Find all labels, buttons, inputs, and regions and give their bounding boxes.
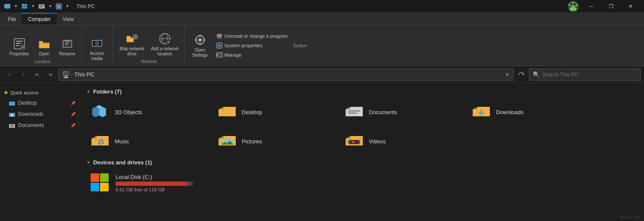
- qat-dropdown[interactable]: ▼: [12, 3, 20, 10]
- svg-point-52: [217, 54, 219, 56]
- ribbon-tabs: File Computer View: [0, 13, 644, 25]
- rename-label: Rename: [59, 51, 76, 57]
- access-media-button[interactable]: Access media: [86, 35, 108, 63]
- folder-name-documents: Documents: [369, 109, 397, 115]
- svg-rect-47: [217, 34, 222, 37]
- qat-icon-3[interactable]: [38, 3, 46, 10]
- address-folder-icon: 🖥️: [62, 71, 70, 78]
- folder-name-music: Music: [115, 138, 129, 145]
- drives-collapse-icon[interactable]: ▼: [86, 160, 91, 165]
- svg-rect-48: [218, 38, 221, 39]
- svg-rect-59: [10, 126, 13, 127]
- svg-rect-55: [9, 102, 15, 106]
- svg-rect-79: [91, 183, 99, 191]
- tab-file[interactable]: File: [2, 13, 22, 24]
- folder-name-pictures: Pictures: [242, 138, 262, 145]
- forward-button[interactable]: [17, 69, 29, 81]
- svg-point-70: [223, 140, 225, 142]
- folder-name-3d-objects: 3D Objects: [115, 109, 142, 115]
- svg-point-67: [102, 142, 104, 144]
- manage-icon: [216, 51, 223, 58]
- qat-icon-1[interactable]: [3, 3, 11, 10]
- folder-icon-3d-objects: [90, 102, 110, 122]
- tab-computer[interactable]: Computer: [22, 13, 57, 24]
- folder-name-downloads: Downloads: [496, 109, 523, 115]
- manage-label: Manage: [225, 52, 242, 58]
- system-properties-button[interactable]: System properties: [214, 41, 289, 50]
- map-network-drive-button[interactable]: Map network drive: [117, 30, 147, 58]
- qat-dropdown-4[interactable]: ▼: [64, 3, 71, 10]
- rename-button[interactable]: Rename: [57, 35, 78, 58]
- address-dropdown-icon[interactable]: ▼: [505, 72, 510, 77]
- folder-item-documents[interactable]: Documents: [340, 99, 461, 125]
- tab-view[interactable]: View: [57, 13, 80, 24]
- ribbon-body: Properties Open: [0, 25, 644, 66]
- downloads-folder-icon: [9, 111, 15, 118]
- folders-collapse-icon[interactable]: ▼: [86, 89, 91, 94]
- sidebar-item-downloads[interactable]: Downloads 📌: [0, 109, 79, 120]
- sidebar-item-desktop[interactable]: Desktop 📌: [0, 97, 79, 109]
- uninstall-button[interactable]: Uninstall or change a program: [214, 32, 289, 40]
- svg-rect-16: [569, 4, 570, 6]
- svg-rect-46: [203, 39, 205, 40]
- system-group-label: System: [293, 42, 307, 48]
- qat-icon-2[interactable]: [21, 3, 28, 10]
- qat-dropdown-3[interactable]: ▼: [46, 3, 54, 10]
- svg-rect-63: [348, 112, 357, 114]
- folder-icon-downloads: [471, 102, 492, 122]
- folder-item-music[interactable]: Music: [86, 128, 207, 154]
- folder-item-videos[interactable]: Videos: [340, 128, 461, 154]
- access-media-label: Access media: [90, 51, 103, 61]
- drives-section-title: Devices and drives (1): [93, 159, 152, 166]
- access-media-group-label: [86, 63, 109, 64]
- svg-rect-6: [39, 5, 44, 6]
- folder-name-videos: Videos: [369, 138, 386, 145]
- properties-button[interactable]: Properties: [7, 35, 32, 58]
- folder-item-3d-objects[interactable]: 3D Objects: [86, 99, 207, 125]
- svg-rect-2: [22, 4, 25, 6]
- svg-rect-62: [348, 110, 360, 112]
- open-button[interactable]: Open: [33, 35, 55, 58]
- address-bar[interactable]: 🖥️ › This PC ▼: [58, 69, 513, 81]
- back-button[interactable]: [3, 69, 15, 81]
- properties-icon: [12, 37, 26, 51]
- open-label: Open: [39, 51, 49, 57]
- drive-item-local-disk[interactable]: Local Disk (C:) 6.81 GB free of 118 GB: [86, 170, 207, 196]
- manage-button[interactable]: Manage: [214, 51, 289, 59]
- folder-item-downloads[interactable]: Downloads: [468, 99, 588, 125]
- address-sep: ›: [71, 72, 73, 77]
- svg-point-42: [198, 38, 202, 42]
- address-path: This PC: [74, 71, 94, 78]
- minimize-button[interactable]: ─: [581, 0, 601, 13]
- uninstall-label: Uninstall or change a program: [225, 33, 288, 39]
- restore-button[interactable]: ❐: [601, 0, 621, 13]
- refresh-button[interactable]: [515, 69, 527, 81]
- up-button[interactable]: [31, 69, 43, 81]
- svg-rect-1: [5, 8, 9, 9]
- search-input[interactable]: [542, 72, 637, 78]
- add-network-location-button[interactable]: Add a network location: [149, 30, 181, 58]
- quick-access-star-icon: ★: [3, 89, 9, 96]
- quick-access-label: ★ Quick access: [0, 87, 79, 97]
- sidebar-item-documents[interactable]: Documents 📌: [0, 120, 79, 131]
- svg-rect-17: [576, 4, 577, 6]
- svg-rect-76: [358, 142, 360, 144]
- sidebar: ★ Quick access Desktop 📌 Downloads 📌 Doc…: [0, 83, 79, 221]
- open-settings-label: Open Settings: [192, 48, 208, 58]
- qat-icon-4[interactable]: [55, 3, 63, 10]
- properties-label: Properties: [9, 51, 29, 57]
- svg-rect-73: [348, 140, 350, 142]
- watermark: hwidoc.com: [620, 215, 641, 219]
- close-button[interactable]: ✕: [621, 0, 641, 13]
- main-content: ★ Quick access Desktop 📌 Downloads 📌 Doc…: [0, 83, 644, 221]
- open-settings-button[interactable]: Open Settings: [189, 31, 211, 60]
- folders-grid: 3D Objects Desktop: [86, 99, 637, 154]
- add-network-location-label: Add a network location: [151, 46, 179, 57]
- recent-locations-button[interactable]: [45, 69, 57, 81]
- svg-rect-74: [348, 142, 350, 144]
- drive-bar-fill: [115, 182, 188, 186]
- folder-item-pictures[interactable]: Pictures: [213, 128, 334, 154]
- qat-dropdown-2[interactable]: ▼: [29, 3, 37, 10]
- svg-rect-7: [39, 6, 43, 7]
- folder-item-desktop[interactable]: Desktop: [213, 99, 334, 125]
